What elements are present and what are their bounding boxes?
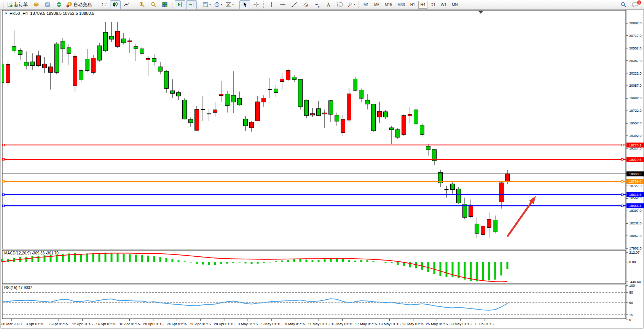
text-label-button[interactable]: T	[335, 0, 345, 9]
chevron-down-icon: ▾	[354, 3, 355, 6]
trendline-button[interactable]	[289, 0, 300, 9]
new-chart-button[interactable]: ▾	[201, 0, 212, 9]
price-tick: 19557.0	[629, 121, 642, 125]
toolbar-separator	[172, 1, 173, 8]
shift-end-button[interactable]	[175, 0, 185, 9]
templates-button[interactable]: ▾	[224, 0, 235, 9]
toolbar-separator	[263, 1, 264, 8]
notifications-button[interactable]: 1	[630, 0, 640, 9]
time-tick: 30 Mar 2023	[1, 322, 21, 326]
text-a-icon: A	[325, 2, 332, 8]
price-tick: 19722.0	[629, 109, 642, 113]
tiles-icon	[162, 2, 168, 8]
signals-button[interactable]	[54, 0, 64, 9]
svg-text:F: F	[318, 5, 320, 8]
timeframe-h4[interactable]: H4	[418, 1, 428, 9]
crosshair-button[interactable]	[251, 0, 261, 9]
price-tick: 19392.0	[629, 134, 642, 138]
macd-axis-tick: 212.07	[629, 251, 640, 254]
search-button[interactable]	[618, 0, 629, 9]
auto-scroll-button[interactable]	[186, 0, 197, 9]
template-icon	[225, 2, 231, 8]
price-tick: 20552.0	[629, 46, 642, 50]
timeframe-m15[interactable]: M15	[383, 1, 394, 9]
toolbar-separator	[199, 1, 199, 8]
timeframe-w1[interactable]: W1	[438, 1, 449, 9]
toolbar-separator	[96, 1, 97, 8]
rsi-axis-tick: 15	[629, 313, 633, 317]
chart-canvas[interactable]: 20882.020717.020552.020387.020222.020057…	[0, 0, 644, 329]
price-tick: 18067.0	[629, 234, 642, 238]
zoom-out-button[interactable]	[148, 0, 159, 9]
terminal-button[interactable]	[42, 0, 53, 9]
bar-chart-button[interactable]	[99, 0, 109, 9]
new-window-icon	[202, 2, 209, 8]
metaeditor-button[interactable]	[31, 0, 41, 9]
line-chart-button[interactable]	[121, 0, 132, 9]
timeframe-m1[interactable]: M1	[361, 1, 371, 9]
time-tick: 20 Apr 01:15	[143, 322, 164, 326]
timeframe-mn[interactable]: MN	[450, 1, 460, 9]
macd-axis-tick: 0.00	[629, 260, 636, 264]
equidistant-channel-button[interactable]: E	[300, 0, 311, 9]
signals-icon	[56, 2, 62, 8]
vertical-line-button[interactable]	[266, 0, 277, 9]
terminal-icon	[45, 2, 51, 8]
price-label-18466.4: 18466.4	[629, 204, 642, 208]
rsi-axis-tick: 0	[629, 318, 631, 322]
chevron-down-icon: ▾	[209, 3, 211, 6]
price-label-19079.6: 19079.6	[629, 158, 642, 162]
autoscroll-icon	[188, 2, 194, 8]
channel-icon: E	[303, 2, 309, 8]
chevron-down-icon: ▾	[232, 3, 234, 6]
time-tick: 19 May 01:15	[379, 322, 401, 326]
timeframe-d1[interactable]: D1	[428, 1, 438, 9]
price-tick: 18232.0	[629, 221, 642, 225]
autotrading-button-label: 自动交易	[73, 2, 92, 8]
arrows-button[interactable]: ▾	[346, 0, 357, 9]
chart-shift-marker[interactable]	[478, 11, 483, 14]
metaeditor-icon	[33, 2, 39, 8]
toolbar-separator	[237, 1, 238, 8]
autotrading-button[interactable]: 自动交易	[65, 0, 94, 9]
price-label-18888.5: 18888.5	[629, 172, 642, 176]
cursor-button[interactable]	[239, 0, 250, 9]
time-tick: 18 Apr 01:15	[120, 322, 140, 326]
tile-windows-button[interactable]	[159, 0, 170, 9]
price-tick: 18727.0	[629, 184, 642, 188]
horizontal-line-button[interactable]	[277, 0, 288, 9]
time-tick: 14 Apr 01:15	[96, 322, 116, 326]
time-tick: 11 May 01:15	[308, 322, 330, 326]
price-tick: 18397.0	[629, 209, 642, 213]
time-tick: 30 May 01:15	[450, 322, 472, 326]
fibo-icon: F	[314, 2, 320, 8]
price-tick: 20222.0	[629, 72, 642, 75]
trend-arrow[interactable]	[507, 196, 536, 237]
macd-histogram	[1, 253, 509, 281]
candles-icon	[112, 2, 118, 8]
timeframe-m5[interactable]: M5	[372, 1, 382, 9]
bars-icon	[101, 2, 107, 8]
toolbar-separator	[134, 1, 135, 8]
text-button[interactable]: A	[323, 0, 334, 9]
mt4-window: { "toolbar": { "items": [ {"type":"sep"}…	[0, 0, 644, 329]
toolbar-separator	[359, 1, 359, 8]
price-tick: 17902.0	[629, 246, 642, 250]
timeframe-m30[interactable]: M30	[395, 1, 407, 9]
rsi-line	[2, 299, 507, 310]
new-order-button[interactable]: 新订单	[6, 0, 30, 9]
clock-icon	[214, 2, 220, 8]
time-tick: 15 May 01:15	[332, 322, 354, 326]
price-tick: 19892.0	[629, 96, 642, 100]
periodicity-button[interactable]: ▾	[213, 0, 223, 9]
zoom-in-button[interactable]	[137, 0, 147, 9]
arrows-icon	[347, 2, 353, 8]
candle-chart-button[interactable]	[110, 0, 121, 9]
crosshair-icon	[253, 2, 259, 8]
price-tick: 20057.0	[629, 84, 642, 87]
fibonacci-button[interactable]: F	[312, 0, 322, 9]
rsi-pane-border	[2, 285, 626, 319]
shift-icon	[177, 2, 183, 8]
zoom-out-icon	[150, 2, 156, 8]
timeframe-h1[interactable]: H1	[408, 1, 418, 9]
